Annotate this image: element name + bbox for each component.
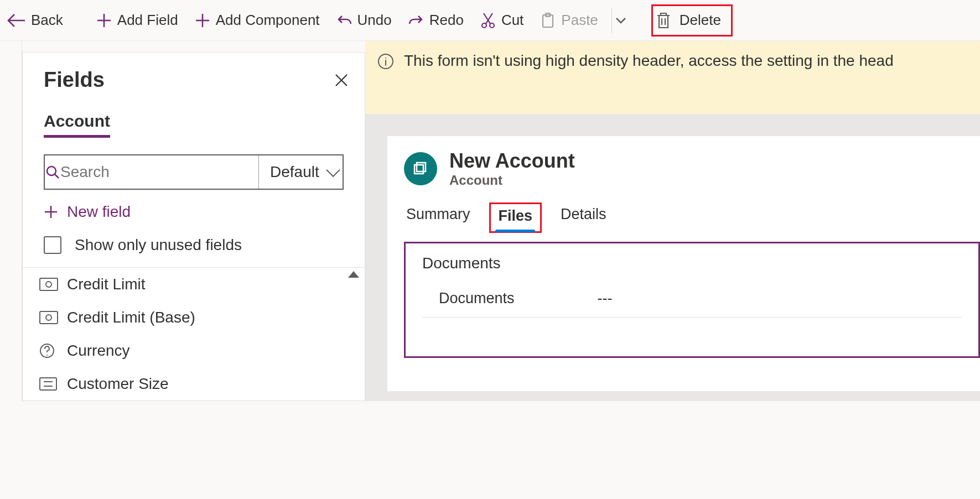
search-input[interactable] xyxy=(60,163,258,181)
money-icon xyxy=(39,311,59,324)
field-label: Credit Limit xyxy=(67,276,146,293)
paste-dropdown[interactable] xyxy=(611,8,630,33)
svg-point-1 xyxy=(490,23,494,28)
section-title: Documents xyxy=(422,254,962,272)
field-label: Credit Limit (Base) xyxy=(67,309,195,326)
fields-panel: Fields Account Default xyxy=(22,52,365,401)
search-row: Default xyxy=(44,154,344,190)
redo-button[interactable]: Redo xyxy=(405,9,467,31)
form-subtitle: Account xyxy=(449,173,575,188)
new-field-button[interactable]: New field xyxy=(44,203,344,221)
svg-point-0 xyxy=(482,23,486,28)
redo-icon xyxy=(408,13,424,28)
form-card: New Account Account Summary Files Detail… xyxy=(387,136,980,391)
panel-title: Fields xyxy=(44,68,105,92)
add-field-label: Add Field xyxy=(117,12,178,29)
cut-label: Cut xyxy=(501,12,523,29)
svg-point-4 xyxy=(47,167,56,175)
info-icon xyxy=(377,53,394,70)
design-canvas-area: This form isn't using high density heade… xyxy=(365,41,980,401)
sort-select-label: Default xyxy=(270,163,319,181)
toolbar: Back Add Field Add Component Undo xyxy=(0,0,980,41)
new-field-label: New field xyxy=(67,203,131,221)
info-banner: This form isn't using high density heade… xyxy=(365,41,980,114)
add-component-button[interactable]: Add Component xyxy=(191,9,323,31)
tab-files[interactable]: Files xyxy=(489,202,542,233)
sort-select[interactable]: Default xyxy=(258,155,347,189)
delete-label: Delete xyxy=(680,12,721,29)
entity-avatar-icon xyxy=(404,152,437,185)
form-title: New Account xyxy=(449,149,575,173)
field-label: Currency xyxy=(67,342,130,360)
svg-rect-10 xyxy=(40,378,56,390)
tab-details[interactable]: Details xyxy=(558,202,609,233)
plus-icon xyxy=(195,13,210,28)
redo-label: Redo xyxy=(429,12,464,29)
show-unused-label: Show only unused fields xyxy=(75,236,242,254)
cut-icon xyxy=(480,12,496,29)
tab-summary[interactable]: Summary xyxy=(404,202,473,233)
cut-button[interactable]: Cut xyxy=(477,9,527,31)
arrow-left-icon xyxy=(7,13,25,28)
checkbox-icon[interactable] xyxy=(44,236,61,254)
close-panel-button[interactable] xyxy=(334,72,349,88)
documents-section[interactable]: Documents Documents --- xyxy=(404,242,980,358)
show-unused-row[interactable]: Show only unused fields xyxy=(44,236,344,254)
field-list: Credit Limit Credit Limit (Base) Cu xyxy=(23,267,365,401)
svg-point-6 xyxy=(46,282,51,287)
scroll-up-icon[interactable] xyxy=(348,271,359,278)
delete-button[interactable]: Delete xyxy=(651,4,733,37)
undo-button[interactable]: Undo xyxy=(333,9,395,31)
field-label: Customer Size xyxy=(67,375,169,393)
svg-rect-5 xyxy=(40,278,58,290)
paste-icon xyxy=(540,12,556,29)
svg-rect-13 xyxy=(414,165,423,174)
row-label: Documents xyxy=(439,290,515,307)
field-item-currency[interactable]: Currency xyxy=(23,334,365,367)
paste-button: Paste xyxy=(537,9,602,31)
plus-icon xyxy=(96,13,112,28)
back-button[interactable]: Back xyxy=(3,9,66,31)
documents-row[interactable]: Documents --- xyxy=(422,282,962,318)
add-component-label: Add Component xyxy=(216,12,320,29)
back-label: Back xyxy=(31,12,63,29)
svg-rect-7 xyxy=(40,311,58,324)
options-icon xyxy=(39,377,59,391)
panel-entity-tab[interactable]: Account xyxy=(44,112,110,138)
help-icon xyxy=(39,343,59,358)
field-item-credit-limit[interactable]: Credit Limit xyxy=(23,268,365,301)
svg-rect-12 xyxy=(417,163,426,171)
field-item-customer-size[interactable]: Customer Size xyxy=(23,367,365,401)
row-value: --- xyxy=(598,290,613,307)
search-icon xyxy=(45,164,60,180)
svg-point-8 xyxy=(46,315,51,320)
money-icon xyxy=(39,278,59,291)
delete-icon xyxy=(655,11,672,30)
undo-label: Undo xyxy=(357,12,392,29)
undo-icon xyxy=(336,13,352,28)
paste-label: Paste xyxy=(561,12,598,29)
add-field-button[interactable]: Add Field xyxy=(93,9,182,31)
banner-text: This form isn't using high density heade… xyxy=(404,52,894,70)
left-rail xyxy=(0,41,22,401)
field-item-credit-limit-base[interactable]: Credit Limit (Base) xyxy=(23,301,365,334)
